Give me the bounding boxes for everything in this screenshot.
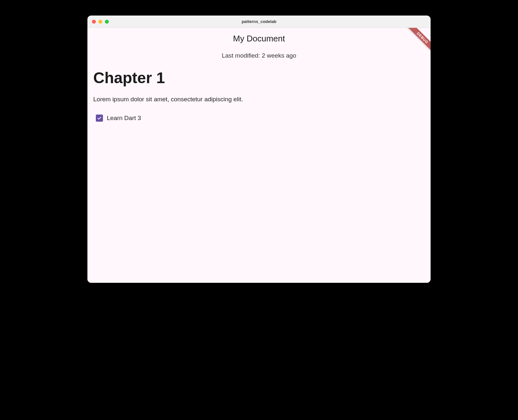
check-icon (97, 116, 102, 121)
app-window: patterns_codelab DEBUG My Document Last … (87, 16, 431, 283)
todo-checkbox[interactable] (96, 115, 103, 122)
close-window-button[interactable] (92, 20, 96, 24)
maximize-window-button[interactable] (105, 20, 109, 24)
todo-label: Learn Dart 3 (107, 115, 141, 122)
body-paragraph: Lorem ipsum dolor sit amet, consectetur … (93, 96, 425, 103)
app-body: DEBUG My Document Last modified: 2 weeks… (87, 28, 431, 283)
chapter-heading: Chapter 1 (93, 69, 425, 87)
traffic-lights (92, 20, 109, 24)
todo-item: Learn Dart 3 (93, 115, 425, 122)
titlebar[interactable]: patterns_codelab (87, 16, 431, 28)
last-modified-subtitle: Last modified: 2 weeks ago (87, 52, 431, 59)
window-title: patterns_codelab (87, 19, 431, 24)
page-title: My Document (87, 28, 431, 44)
document-content: Chapter 1 Lorem ipsum dolor sit amet, co… (87, 59, 431, 122)
minimize-window-button[interactable] (98, 20, 102, 24)
